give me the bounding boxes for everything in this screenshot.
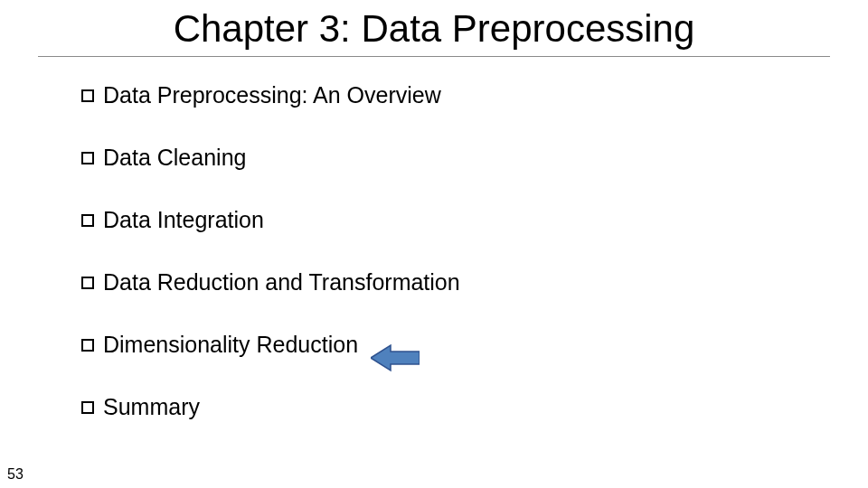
- left-arrow-icon: [371, 343, 420, 372]
- list-item-label: Summary: [103, 394, 200, 420]
- slide-title: Chapter 3: Data Preprocessing: [0, 0, 868, 56]
- list-item: Dimensionality Reduction: [81, 332, 868, 358]
- list-item: Data Cleaning: [81, 145, 868, 171]
- list-item-label: Data Cleaning: [103, 145, 246, 171]
- list-item-label: Data Reduction and Transformation: [103, 269, 460, 296]
- list-item-label: Data Integration: [103, 207, 264, 233]
- list-item-label: Dimensionality Reduction: [103, 332, 358, 358]
- page-number: 53: [7, 466, 24, 483]
- list-item: Data Reduction and Transformation: [81, 269, 868, 296]
- square-bullet-icon: [81, 401, 94, 414]
- list-item-label: Data Preprocessing: An Overview: [103, 82, 441, 108]
- square-bullet-icon: [81, 89, 94, 102]
- bullet-list: Data Preprocessing: An Overview Data Cle…: [0, 57, 868, 420]
- square-bullet-icon: [81, 277, 94, 289]
- square-bullet-icon: [81, 339, 94, 352]
- square-bullet-icon: [81, 214, 94, 227]
- square-bullet-icon: [81, 152, 94, 164]
- list-item: Data Preprocessing: An Overview: [81, 82, 868, 108]
- list-item: Data Integration: [81, 207, 868, 233]
- svg-marker-0: [371, 345, 420, 371]
- list-item: Summary: [81, 394, 868, 420]
